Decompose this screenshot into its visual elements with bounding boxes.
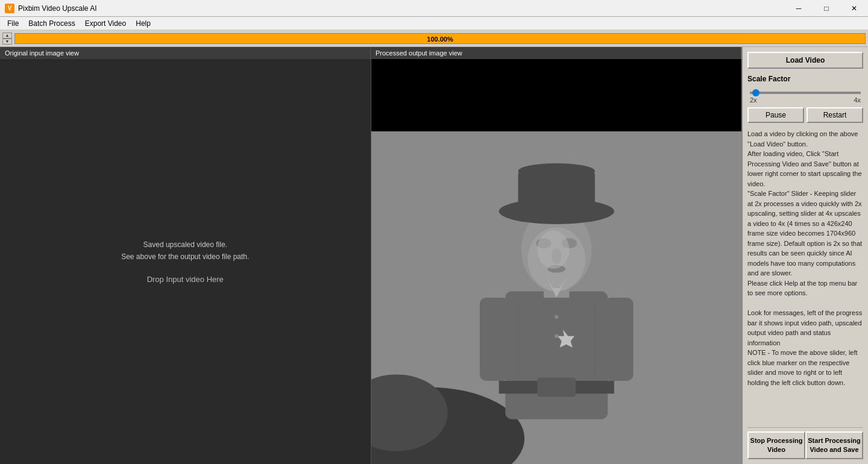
slider-max-label: 4x (854, 96, 861, 104)
minimize-button[interactable]: ─ (785, 0, 813, 17)
maximize-button[interactable]: □ (813, 0, 840, 17)
start-processing-button[interactable]: Start ProcessingVideo and Save (805, 431, 863, 459)
pause-restart-row: Pause Restart (747, 107, 863, 123)
svg-rect-8 (479, 298, 508, 381)
drop-target[interactable]: Drop Input video Here (147, 275, 224, 284)
menu-export-video[interactable]: Export Video (80, 18, 131, 29)
slider-thumb[interactable] (752, 89, 760, 96)
svg-rect-5 (537, 378, 576, 397)
scroll-up-button[interactable]: ▲ (2, 33, 12, 39)
svg-point-24 (537, 231, 569, 269)
load-video-button[interactable]: Load Video (747, 52, 863, 69)
title-bar: V Pixbim Video Upscale AI ─ □ ✕ (0, 0, 868, 17)
progress-scroll-buttons: ▲ ▼ (2, 33, 12, 45)
title-bar-text: Pixbim Video Upscale AI (18, 4, 97, 13)
left-panel[interactable]: Saved upscaled video file. See above for… (0, 59, 371, 464)
scale-factor-label: Scale Factor (747, 75, 863, 83)
top-black-band (371, 59, 742, 131)
title-bar-controls: ─ □ ✕ (785, 0, 868, 16)
restart-button[interactable]: Restart (807, 107, 863, 123)
video-display (371, 59, 742, 464)
right-panel (371, 59, 742, 464)
svg-point-6 (555, 315, 558, 319)
slider-labels: 2x 4x (750, 96, 861, 104)
right-view-label: Processed output image view (371, 47, 741, 59)
menu-file[interactable]: File (2, 18, 24, 29)
pause-button[interactable]: Pause (747, 107, 804, 123)
views-area: Original input image view Processed outp… (0, 47, 741, 464)
svg-rect-3 (505, 291, 608, 419)
svg-point-19 (518, 163, 594, 178)
cowboy-svg (371, 131, 742, 464)
cowboy-area (371, 131, 742, 464)
menu-help[interactable]: Help (131, 18, 156, 29)
progress-text: 100.00% (15, 34, 865, 44)
main-content: Original input image view Processed outp… (0, 47, 868, 464)
slider-min-label: 2x (750, 96, 757, 104)
app-icon: V (5, 4, 14, 13)
close-button[interactable]: ✕ (840, 0, 868, 17)
info-text: Load a video by clicking on the above "L… (747, 129, 863, 427)
views-panels: Saved upscaled video file. See above for… (0, 59, 741, 464)
slider-track[interactable] (750, 92, 861, 94)
progress-bar-container: 100.00% (14, 33, 866, 44)
scroll-down-button[interactable]: ▼ (2, 39, 12, 45)
left-panel-message: Saved upscaled video file. See above for… (121, 239, 249, 262)
sidebar: Load Video Scale Factor 2x 4x Pause Rest… (741, 47, 868, 464)
bottom-buttons: Stop ProcessingVideo Start ProcessingVid… (747, 427, 863, 459)
views-header: Original input image view Processed outp… (0, 47, 741, 59)
stop-processing-button[interactable]: Stop ProcessingVideo (747, 431, 805, 459)
slider-container: 2x 4x (747, 87, 863, 104)
menu-batch-process[interactable]: Batch Process (24, 18, 80, 29)
menu-bar: File Batch Process Export Video Help (0, 17, 868, 30)
left-view-label: Original input image view (0, 47, 371, 59)
progress-area: ▲ ▼ 100.00% (0, 30, 868, 47)
svg-rect-9 (604, 298, 633, 381)
